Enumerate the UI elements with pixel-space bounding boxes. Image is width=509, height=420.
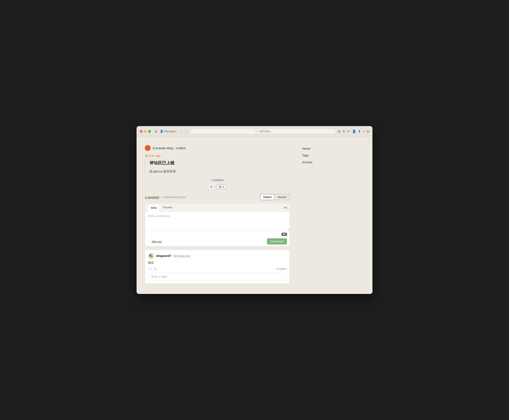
profile-selector[interactable]: 👤 Personal ▾ <box>160 130 177 133</box>
avatar-emoji: 🎭 <box>149 254 153 258</box>
comment-author-row: 🎭 dingwen07 23 minutes ago <box>148 253 286 259</box>
back-button[interactable]: ‹ <box>178 129 182 134</box>
post-title: 评论区已上线 <box>150 160 290 166</box>
profile-label: Personal <box>164 130 175 133</box>
sidebar-toggle-icon[interactable]: ⊞ <box>154 130 157 133</box>
edit-icon[interactable]: ✏ <box>347 130 350 133</box>
emoji-reaction-button[interactable]: ☺ <box>154 267 157 270</box>
avatar: 🎭 <box>148 253 154 259</box>
new-tab-icon[interactable]: + <box>363 130 365 133</box>
post-body: 评论区已上线 由 giscus 提供支持。 <box>145 160 290 173</box>
font-size-button[interactable]: Aa <box>284 206 287 209</box>
comment-time[interactable]: 23 minutes ago <box>173 255 190 257</box>
comment-box-footer: → Sign out Comment <box>145 237 289 246</box>
url-text: 127.0.0.1 <box>260 130 271 133</box>
profile-chevron-icon: ▾ <box>176 130 177 133</box>
blog-logo <box>145 145 151 151</box>
sort-newest-button[interactable]: Newest <box>275 194 290 200</box>
sort-oldest-button[interactable]: Oldest <box>260 194 275 200</box>
tab-write[interactable]: Write <box>147 204 160 212</box>
write-reply-input[interactable] <box>148 273 286 280</box>
sign-out-area: → Sign out <box>147 240 162 243</box>
address-bar[interactable]: 🛡 127.0.0.1 <box>190 128 336 134</box>
main-content: Extrawdw Blog - Unified 12 hr. ago 评论区已上… <box>137 142 298 289</box>
comment-item: 🎭 dingwen07 23 minutes ago 测试 ↑ 1 ☺ 0 re… <box>145 250 290 284</box>
add-reaction-button[interactable]: ☺ <box>208 183 215 190</box>
comment-body: 测试 <box>148 261 286 265</box>
markdown-badge: MD <box>282 233 287 236</box>
traffic-lights <box>140 130 151 133</box>
refresh-icon[interactable]: ↻ <box>343 130 345 133</box>
profile-icon: 👤 <box>160 130 163 133</box>
tabs-icon[interactable]: ⧉ <box>367 130 369 133</box>
comment-box: Write Preview Aa MD → Sign out Comment <box>145 203 290 246</box>
shield-icon: 🛡 <box>255 130 258 133</box>
comment-actions: ↑ 1 ☺ 0 replies <box>148 267 286 270</box>
toolbar-left-icons: ⊞ <box>154 130 157 133</box>
minimize-button[interactable] <box>144 130 147 133</box>
giscus-link[interactable]: giscus <box>178 195 186 199</box>
sidebar-item-tags[interactable]: Tags <box>302 154 335 157</box>
blog-header: Extrawdw Blog - Unified <box>145 145 290 151</box>
replies-count: 0 replies <box>277 267 286 270</box>
rocket-reaction-button[interactable]: 🎉 1 <box>216 184 226 189</box>
comment-submit-button[interactable]: Comment <box>267 238 287 245</box>
reaction-count: 1 <box>223 185 224 188</box>
comments-count-link[interactable]: 1 comment <box>145 195 159 199</box>
upvote-icon: ↑ <box>148 267 149 270</box>
reactions-section: 1 reaction ☺ 🎉 1 <box>145 178 290 190</box>
time-dot <box>146 155 147 157</box>
toolbar-right-icons: ⊟ ↻ ✏ 👤 ⬆ + ⧉ <box>338 130 369 133</box>
reactions-title: 1 reaction <box>145 178 290 182</box>
profile-icon[interactable]: 👤 <box>352 130 356 133</box>
translate-icon[interactable]: ⊟ <box>338 130 340 133</box>
sort-buttons: Oldest Newest <box>260 194 290 200</box>
reaction-emoji: 🎉 <box>218 185 222 188</box>
reactions-row: ☺ 🎉 1 <box>145 183 290 190</box>
browser-nav: 👤 Personal ▾ <box>160 130 177 133</box>
author-name: dingwen07 <box>156 254 171 257</box>
powered-by-text: — powered by giscus <box>160 195 186 199</box>
sidebar-item-archive[interactable]: Archive <box>302 160 335 164</box>
close-button[interactable] <box>140 130 143 133</box>
tab-preview[interactable]: Preview <box>160 204 175 211</box>
sign-out-button[interactable]: Sign out <box>152 240 162 243</box>
comments-header: 1 comment — powered by giscus Oldest New… <box>145 194 290 200</box>
post-time: 12 hr. ago <box>145 154 290 157</box>
sidebar: Home Tags Archive <box>298 142 339 289</box>
upvote-button[interactable]: ↑ 1 <box>148 267 152 270</box>
sign-out-icon: → <box>147 240 150 243</box>
forward-button[interactable]: › <box>184 129 188 134</box>
sidebar-item-home[interactable]: Home <box>302 147 335 150</box>
fullscreen-button[interactable] <box>148 130 151 133</box>
share-icon[interactable]: ⬆ <box>358 130 361 133</box>
post-time-text: 12 hr. ago <box>149 154 161 157</box>
blog-title: Extrawdw Blog - Unified <box>153 146 185 150</box>
comment-textarea[interactable] <box>145 212 289 231</box>
sidebar-nav: Home Tags Archive <box>302 145 335 164</box>
upvote-count: 1 <box>150 267 152 270</box>
comment-tabs: Write Preview Aa <box>145 203 289 212</box>
post-text: 由 giscus 提供支持。 <box>150 170 290 173</box>
